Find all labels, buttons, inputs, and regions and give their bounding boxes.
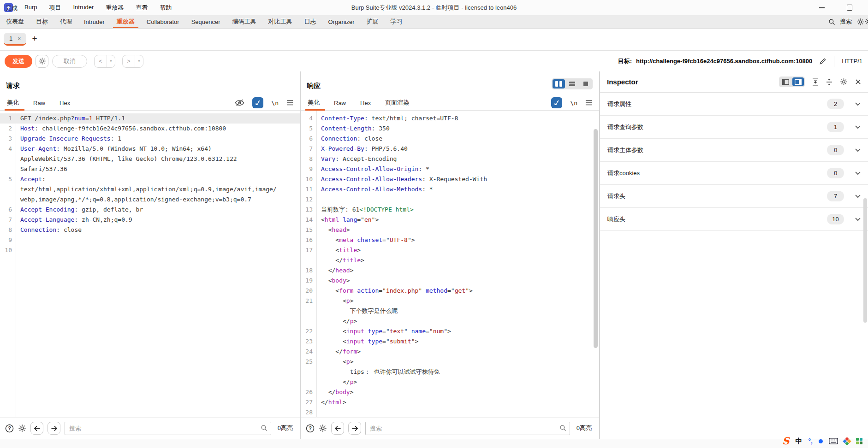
- inspector-close-icon[interactable]: [855, 79, 861, 85]
- back-dropdown-caret-icon[interactable]: ▼: [107, 55, 115, 67]
- main-tab-代理[interactable]: 代理: [60, 15, 72, 28]
- main-tab-Organizer[interactable]: Organizer: [328, 15, 355, 28]
- help-question-icon[interactable]: [306, 424, 315, 433]
- add-tab-button[interactable]: +: [29, 33, 41, 45]
- editor-tab-Raw[interactable]: Raw: [334, 95, 346, 110]
- menu-item-重放器[interactable]: 重放器: [100, 4, 130, 12]
- editor-tab-页面渲染[interactable]: 页面渲染: [385, 95, 409, 110]
- main-tab-学习[interactable]: 学习: [391, 15, 403, 28]
- ime-dot-icon[interactable]: [819, 439, 823, 443]
- editor-menu-hamburger-icon[interactable]: [286, 100, 293, 106]
- response-search-input[interactable]: [365, 422, 570, 435]
- main-tab-扩展[interactable]: 扩展: [367, 15, 379, 28]
- menu-item-查看[interactable]: 查看: [130, 4, 154, 12]
- code-line[interactable]: 8Connection: close: [0, 225, 300, 235]
- code-line[interactable]: 28: [301, 407, 599, 417]
- find-previous-button[interactable]: [331, 422, 344, 435]
- code-line[interactable]: 17 <title>: [301, 245, 599, 255]
- inspector-section-请求cookies[interactable]: 请求cookies0: [600, 162, 868, 185]
- history-back-split-button[interactable]: < ▼: [94, 55, 115, 68]
- pretty-print-icon[interactable]: [551, 97, 562, 108]
- code-line[interactable]: </p>: [301, 316, 599, 326]
- chevron-down-icon[interactable]: [855, 195, 861, 198]
- find-next-button[interactable]: [348, 422, 361, 435]
- code-line[interactable]: 10: [0, 245, 300, 255]
- code-line[interactable]: 21 <p>: [301, 296, 599, 306]
- response-scrollbar-thumb[interactable]: [594, 129, 598, 348]
- main-tab-日志[interactable]: 日志: [304, 15, 316, 28]
- ime-language-icon[interactable]: 中: [796, 437, 803, 446]
- code-line[interactable]: 26 </body>: [301, 387, 599, 397]
- send-button[interactable]: 发送: [5, 55, 32, 68]
- code-line[interactable]: 20 <form action="index.php" method="get"…: [301, 286, 599, 296]
- collapse-all-icon[interactable]: [826, 78, 832, 86]
- inspector-scrollbar-thumb[interactable]: [863, 198, 867, 323]
- history-forward-split-button[interactable]: > ▼: [122, 55, 143, 68]
- expand-all-icon[interactable]: [812, 78, 819, 86]
- inspector-section-请求头[interactable]: 请求头7: [600, 185, 868, 208]
- editor-tab-美化[interactable]: 美化: [308, 95, 320, 110]
- minimize-icon[interactable]: [819, 7, 825, 8]
- forward-button[interactable]: >: [123, 55, 135, 67]
- find-settings-gear-icon[interactable]: [18, 424, 26, 432]
- main-tab-Sequencer[interactable]: Sequencer: [191, 15, 220, 28]
- code-line[interactable]: 9Access-Control-Allow-Origin: *: [301, 164, 599, 174]
- maximize-icon[interactable]: [847, 5, 852, 11]
- sogou-ime-icon[interactable]: S: [782, 436, 789, 446]
- chevron-down-icon[interactable]: [855, 102, 861, 106]
- find-next-button[interactable]: [48, 422, 60, 435]
- code-line[interactable]: 5Accept:: [0, 174, 300, 184]
- code-line[interactable]: AppleWebKit/537.36 (KHTML, like Gecko) C…: [0, 154, 300, 164]
- inspector-dock-left-icon[interactable]: [780, 77, 791, 86]
- code-line[interactable]: 14<html lang="en">: [301, 215, 599, 225]
- code-line[interactable]: Safari/537.36: [0, 164, 300, 174]
- main-tab-重放器[interactable]: 重放器: [117, 15, 135, 28]
- hide-nonprintable-eye-slash-icon[interactable]: [235, 99, 244, 106]
- code-line[interactable]: 25 <p>: [301, 357, 599, 367]
- code-line[interactable]: 6Connection: close: [301, 134, 599, 144]
- editor-tab-美化[interactable]: 美化: [7, 95, 19, 110]
- layout-single-icon[interactable]: [579, 79, 592, 88]
- code-line[interactable]: 5Content-Length: 350: [301, 124, 599, 134]
- find-previous-button[interactable]: [30, 422, 43, 435]
- pretty-print-icon[interactable]: [252, 97, 263, 108]
- menu-item-Burp[interactable]: Burp: [18, 4, 43, 12]
- chevron-down-icon[interactable]: [855, 218, 861, 221]
- inspector-section-响应头[interactable]: 响应头10: [600, 208, 868, 231]
- code-line[interactable]: 18 </head>: [301, 265, 599, 276]
- response-editor[interactable]: 4Content-Type: text/html; charset=UTF-85…: [301, 111, 599, 417]
- code-line[interactable]: webp,image/apng,*/*;q=0.8,application/si…: [0, 195, 300, 205]
- ime-keyboard-icon[interactable]: [829, 438, 838, 444]
- back-button[interactable]: <: [95, 55, 107, 67]
- show-newlines-icon[interactable]: \n: [271, 100, 279, 106]
- chevron-down-icon[interactable]: [855, 171, 861, 175]
- code-line[interactable]: 3Upgrade-Insecure-Requests: 1: [0, 134, 300, 144]
- code-line[interactable]: 13当前数字: 61<!DOCTYPE html>: [301, 205, 599, 215]
- code-line[interactable]: 10Access-Control-Allow-Headers: X-Reques…: [301, 174, 599, 184]
- code-line[interactable]: 16 <meta charset="UTF-8">: [301, 235, 599, 245]
- cancel-button[interactable]: 取消: [52, 55, 87, 68]
- forward-dropdown-caret-icon[interactable]: ▼: [135, 55, 143, 67]
- target-url[interactable]: http://challenge-f9fcb16e24c97656.sandbo…: [636, 58, 812, 65]
- chevron-down-icon[interactable]: [855, 125, 861, 129]
- request-editor[interactable]: 1GET /index.php?num=1 HTTP/1.12Host: cha…: [0, 111, 300, 417]
- inspector-dock-right-icon[interactable]: [792, 77, 804, 86]
- main-tab-Intruder[interactable]: Intruder: [84, 15, 105, 28]
- close-tab-icon[interactable]: ×: [18, 35, 21, 42]
- inspector-section-请求属性[interactable]: 请求属性2: [600, 93, 868, 116]
- code-line[interactable]: 15 <head>: [301, 225, 599, 235]
- code-line[interactable]: </p>: [301, 377, 599, 387]
- clipped-edge-gear-icon[interactable]: [864, 18, 868, 25]
- editor-tab-Raw[interactable]: Raw: [33, 95, 45, 110]
- editor-tab-Hex[interactable]: Hex: [360, 95, 371, 110]
- find-settings-gear-icon[interactable]: [319, 424, 327, 432]
- inspector-settings-gear-icon[interactable]: [840, 78, 848, 86]
- code-line[interactable]: 下个数字是什么呢: [301, 306, 599, 316]
- code-line[interactable]: 27</html>: [301, 397, 599, 407]
- code-line[interactable]: 11Access-Control-Allow-Methods: *: [301, 184, 599, 195]
- ime-toolbox-grid-icon[interactable]: [856, 438, 862, 444]
- code-line[interactable]: 23 <input type="submit">: [301, 336, 599, 347]
- inspector-section-请求主体参数[interactable]: 请求主体参数0: [600, 139, 868, 162]
- request-search-input[interactable]: [65, 422, 271, 435]
- code-line[interactable]: 22 <input type="text" name="num">: [301, 326, 599, 336]
